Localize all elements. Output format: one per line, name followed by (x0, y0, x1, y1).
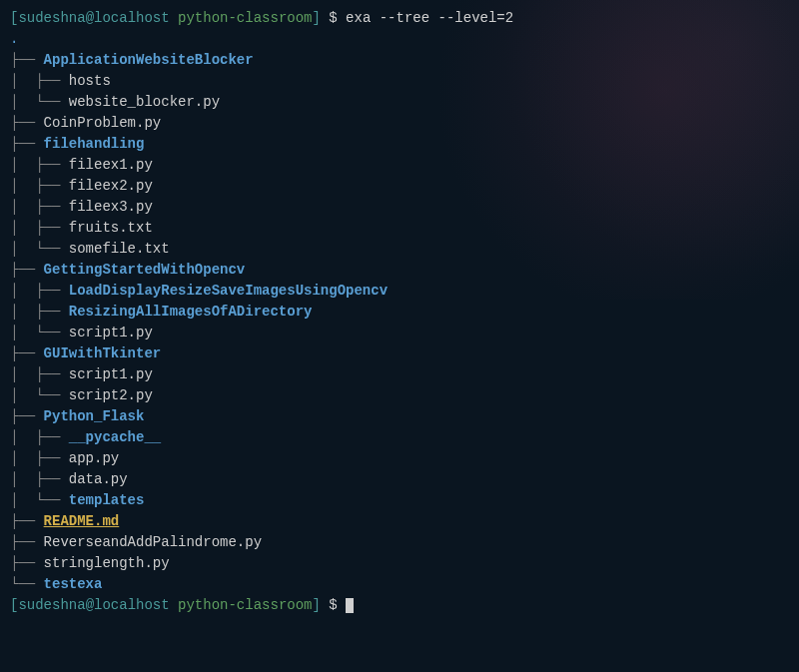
tree-branch-icon: │ └── (10, 492, 69, 508)
tree-branch-icon: ├── (10, 262, 44, 278)
folder-icon: ApplicationWebsiteBlocker (44, 52, 254, 68)
tree-branch-icon: │ └── (10, 325, 69, 340)
folder-icon: GettingStartedWithOpencv (44, 262, 246, 278)
tree-row: ├── README.md (10, 511, 789, 532)
file-item: script1.py (69, 325, 153, 340)
tree-branch-icon: ├── (10, 52, 44, 68)
file-item: hosts (69, 73, 111, 89)
tree-row: ├── filehandling (10, 134, 789, 155)
folder-icon: Python_Flask (44, 408, 145, 424)
tree-branch-icon: │ ├── (10, 471, 69, 487)
tree-branch-icon: └── (10, 576, 44, 592)
file-item: fruits.txt (69, 220, 153, 236)
tree-output: ├── ApplicationWebsiteBlocker│ ├── hosts… (10, 50, 789, 595)
tree-row: │ └── website_blocker.py (10, 92, 789, 113)
folder-icon: testexa (44, 576, 103, 592)
file-item: script2.py (69, 387, 153, 403)
folder-icon: filehandling (44, 136, 145, 152)
tree-root-dot: . (10, 31, 18, 47)
readme-file: README.md (44, 513, 120, 529)
tree-branch-icon: │ ├── (10, 450, 69, 466)
tree-row: ├── GettingStartedWithOpencv (10, 260, 789, 281)
tree-row: │ ├── script1.py (10, 364, 789, 385)
file-item: somefile.txt (69, 241, 170, 257)
folder-icon: __pycache__ (69, 429, 161, 445)
file-item: app.py (69, 450, 119, 466)
tree-row: ├── Python_Flask (10, 406, 789, 427)
tree-row: ├── ReverseandAddPalindrome.py (10, 532, 789, 553)
tree-row: │ └── templates (10, 490, 789, 511)
tree-branch-icon: ├── (10, 555, 44, 571)
prompt-cwd: python-classroom (178, 10, 312, 26)
file-item: fileex1.py (69, 157, 153, 173)
file-item: data.py (69, 471, 128, 487)
tree-branch-icon: │ ├── (10, 73, 69, 89)
tree-branch-icon: │ ├── (10, 157, 69, 173)
prompt-user: sudeshna (18, 10, 85, 26)
tree-row: │ ├── LoadDisplayResizeSaveImagesUsingOp… (10, 281, 789, 302)
tree-row: │ ├── hosts (10, 71, 789, 92)
prompt-host: localhost (94, 10, 170, 26)
tree-branch-icon: │ └── (10, 94, 69, 110)
tree-branch-icon: │ ├── (10, 283, 69, 299)
tree-row: │ └── script1.py (10, 323, 789, 343)
command-text: exa --tree --level=2 (346, 10, 513, 26)
tree-branch-icon: ├── (10, 513, 44, 529)
tree-row: │ ├── __pycache__ (10, 427, 789, 448)
tree-row: │ └── somefile.txt (10, 239, 789, 260)
tree-branch-icon: │ └── (10, 387, 69, 403)
tree-row: ├── ApplicationWebsiteBlocker (10, 50, 789, 71)
tree-row: │ ├── data.py (10, 469, 789, 490)
cursor-icon (346, 598, 354, 613)
tree-row: ├── stringlength.py (10, 553, 789, 574)
tree-branch-icon: │ ├── (10, 366, 69, 382)
tree-row: │ ├── ResizingAllImagesOfADirectory (10, 302, 789, 323)
tree-branch-icon: ├── (10, 408, 44, 424)
tree-branch-icon: │ ├── (10, 304, 69, 320)
file-item: stringlength.py (44, 555, 170, 571)
tree-row: │ ├── fileex2.py (10, 176, 789, 197)
tree-branch-icon: ├── (10, 115, 44, 131)
tree-branch-icon: │ ├── (10, 178, 69, 194)
tree-row: │ ├── fileex3.py (10, 197, 789, 218)
tree-root: . (10, 29, 789, 50)
tree-row: │ ├── fruits.txt (10, 218, 789, 239)
tree-row: │ └── script2.py (10, 385, 789, 406)
bracket-close: ] (312, 10, 320, 26)
tree-row: └── testexa (10, 574, 789, 595)
tree-branch-icon: │ ├── (10, 429, 69, 445)
tree-branch-icon: ├── (10, 534, 44, 550)
tree-row: ├── GUIwithTkinter (10, 343, 789, 364)
file-item: website_blocker.py (69, 94, 220, 110)
folder-icon: ResizingAllImagesOfADirectory (69, 304, 313, 320)
prompt-line-2[interactable]: [sudeshna@localhost python-classroom] $ (10, 595, 789, 616)
tree-row: │ ├── app.py (10, 448, 789, 469)
prompt-line-1: [sudeshna@localhost python-classroom] $ … (10, 8, 789, 29)
folder-icon: templates (69, 492, 145, 508)
tree-branch-icon: │ ├── (10, 199, 69, 215)
folder-icon: GUIwithTkinter (44, 345, 162, 361)
file-item: fileex2.py (69, 178, 153, 194)
tree-branch-icon: │ ├── (10, 220, 69, 236)
tree-row: │ ├── fileex1.py (10, 155, 789, 176)
tree-branch-icon: │ └── (10, 241, 69, 257)
prompt-dollar: $ (321, 10, 346, 26)
file-item: script1.py (69, 366, 153, 382)
file-item: fileex3.py (69, 199, 153, 215)
prompt-at: @ (86, 10, 94, 26)
tree-branch-icon: ├── (10, 136, 44, 152)
file-item: CoinProblem.py (44, 115, 162, 131)
folder-icon: LoadDisplayResizeSaveImagesUsingOpencv (69, 283, 388, 299)
tree-row: ├── CoinProblem.py (10, 113, 789, 134)
file-item: ReverseandAddPalindrome.py (44, 534, 262, 550)
tree-branch-icon: ├── (10, 345, 44, 361)
